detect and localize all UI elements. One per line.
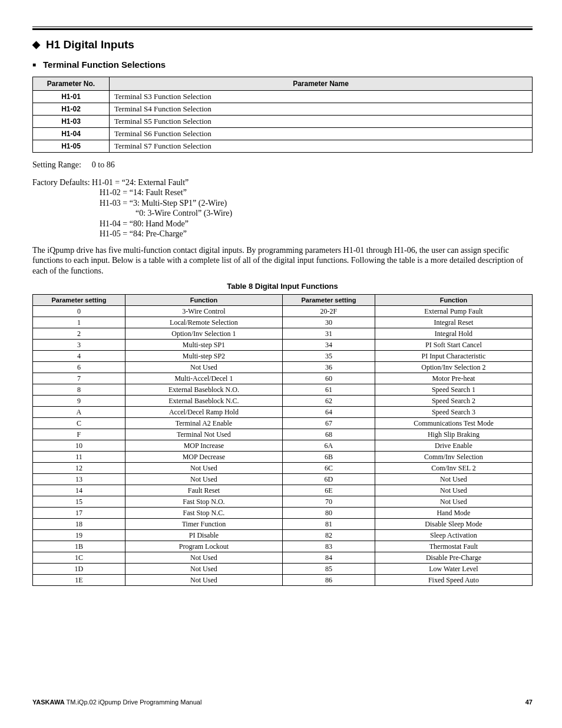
table-row: 17Fast Stop N.C.80Hand Mode	[33, 508, 533, 519]
table-row: 2Option/Inv Selection 131Integral Hold	[33, 328, 533, 340]
param-name: Terminal S3 Function Selection	[110, 91, 533, 103]
param-no: H1-02	[33, 103, 110, 116]
func-cell: 6D	[282, 474, 375, 485]
func-cell: 3-Wire Control	[125, 306, 282, 317]
func-cell: 30	[282, 317, 375, 328]
param-header-no: Parameter No.	[33, 77, 110, 91]
subsection-title-text: Terminal Function Selections	[43, 60, 166, 70]
func-cell: 80	[282, 508, 375, 519]
func-cell: Disable Pre-Charge	[375, 552, 532, 564]
func-cell: Program Lockout	[125, 541, 282, 552]
func-cell: 9	[33, 396, 125, 407]
func-cell: 10	[33, 440, 125, 452]
table-row: H1-03Terminal S5 Function Selection	[33, 116, 533, 128]
param-name: Terminal S6 Function Selection	[110, 128, 533, 140]
func-cell: 18	[33, 519, 125, 530]
rule-thick	[32, 28, 533, 30]
body-text: The iQpump drive has five multi-function…	[32, 245, 533, 276]
func-cell: 11	[33, 452, 125, 463]
table-row: 15Fast Stop N.O.70Not Used	[33, 496, 533, 508]
func-cell: Thermostat Fault	[375, 541, 532, 552]
footer-page: 47	[525, 699, 533, 706]
table-row: 7Multi-Accel/Decel 160Motor Pre-heat	[33, 373, 533, 384]
table-row: 1Local/Remote Selection30Integral Reset	[33, 317, 533, 328]
func-cell: External Baseblock N.O.	[125, 384, 282, 396]
func-cell: Local/Remote Selection	[125, 317, 282, 328]
table-row: H1-01Terminal S3 Function Selection	[33, 91, 533, 103]
func-cell: Terminal Not Used	[125, 429, 282, 440]
func-cell: Speed Search 3	[375, 407, 532, 418]
func-cell: Com/Inv SEL 2	[375, 463, 532, 474]
func-cell: Option/Inv Selection 1	[125, 328, 282, 340]
table-row: 12Not Used6CCom/Inv SEL 2	[33, 463, 533, 474]
table-row: 18Timer Function81Disable Sleep Mode	[33, 519, 533, 530]
func-cell: External Baseblock N.C.	[125, 396, 282, 407]
func-cell: Integral Reset	[375, 317, 532, 328]
parameter-table: Parameter No. Parameter Name H1-01Termin…	[32, 77, 533, 153]
func-cell: 1B	[33, 541, 125, 552]
table-row: FTerminal Not Used68High Slip Braking	[33, 429, 533, 440]
func-cell: A	[33, 407, 125, 418]
param-header-name: Parameter Name	[110, 77, 533, 91]
table-row: 10MOP Increase6ADrive Enable	[33, 440, 533, 452]
factory-default-line: H1-01 = “24: External Fault”	[92, 177, 189, 188]
func-cell: Not Used	[125, 463, 282, 474]
func-cell: 60	[282, 373, 375, 384]
table-row: 14Fault Reset6ENot Used	[33, 485, 533, 496]
func-cell: 82	[282, 530, 375, 541]
func-cell: 12	[33, 463, 125, 474]
func-cell: Multi-Accel/Decel 1	[125, 373, 282, 384]
table-row: CTerminal A2 Enable67Communications Test…	[33, 418, 533, 429]
setting-range: Setting Range:0 to 86	[32, 160, 533, 170]
func-cell: 13	[33, 474, 125, 485]
table-row: 1DNot Used85Low Water Level	[33, 564, 533, 575]
func-cell: 64	[282, 407, 375, 418]
param-name: Terminal S7 Function Selection	[110, 140, 533, 153]
func-cell: PI Input Characteristic	[375, 351, 532, 362]
func-cell: 70	[282, 496, 375, 508]
func-cell: 3	[33, 340, 125, 351]
func-cell: Multi-step SP1	[125, 340, 282, 351]
table-row: 4Multi-step SP235PI Input Characteristic	[33, 351, 533, 362]
func-cell: Hand Mode	[375, 508, 532, 519]
func-cell: Fixed Speed Auto	[375, 575, 532, 586]
func-cell: 14	[33, 485, 125, 496]
func-cell: 2	[33, 328, 125, 340]
table-row: 1CNot Used84Disable Pre-Charge	[33, 552, 533, 564]
func-cell: Not Used	[375, 496, 532, 508]
table-row: 1BProgram Lockout83Thermostat Fault	[33, 541, 533, 552]
param-name: Terminal S5 Function Selection	[110, 116, 533, 128]
footer-doc: TM.iQp.02 iQpump Drive Programming Manua…	[65, 699, 202, 706]
func-cell: 7	[33, 373, 125, 384]
table-row: 6Not Used36Option/Inv Selection 2	[33, 362, 533, 373]
func-cell: Sleep Activation	[375, 530, 532, 541]
func-cell: 6B	[282, 452, 375, 463]
func-cell: Fast Stop N.O.	[125, 496, 282, 508]
table-row: 1ENot Used86Fixed Speed Auto	[33, 575, 533, 586]
func-cell: C	[33, 418, 125, 429]
func-header: Function	[125, 295, 282, 306]
func-cell: Speed Search 2	[375, 396, 532, 407]
footer-brand: YASKAWA	[32, 699, 65, 706]
func-cell: 8	[33, 384, 125, 396]
func-header: Parameter setting	[33, 295, 125, 306]
func-cell: 1E	[33, 575, 125, 586]
param-name: Terminal S4 Function Selection	[110, 103, 533, 116]
setting-range-value: 0 to 86	[92, 160, 115, 169]
func-cell: Fault Reset	[125, 485, 282, 496]
factory-default-subline: “0: 3-Wire Control” (3-Wire)	[32, 208, 533, 219]
func-cell: Fast Stop N.C.	[125, 508, 282, 519]
func-cell: 81	[282, 519, 375, 530]
func-cell: External Pump Fault	[375, 306, 532, 317]
func-cell: 1C	[33, 552, 125, 564]
func-cell: 62	[282, 396, 375, 407]
func-cell: Not Used	[125, 474, 282, 485]
table-row: 19PI Disable82Sleep Activation	[33, 530, 533, 541]
func-cell: 61	[282, 384, 375, 396]
func-cell: 4	[33, 351, 125, 362]
table-caption: Table 8 Digital Input Functions	[32, 282, 533, 291]
square-icon: ■	[32, 61, 36, 68]
func-cell: 6A	[282, 440, 375, 452]
func-cell: PI Soft Start Cancel	[375, 340, 532, 351]
section-title: ◆H1 Digital Inputs	[32, 38, 533, 51]
